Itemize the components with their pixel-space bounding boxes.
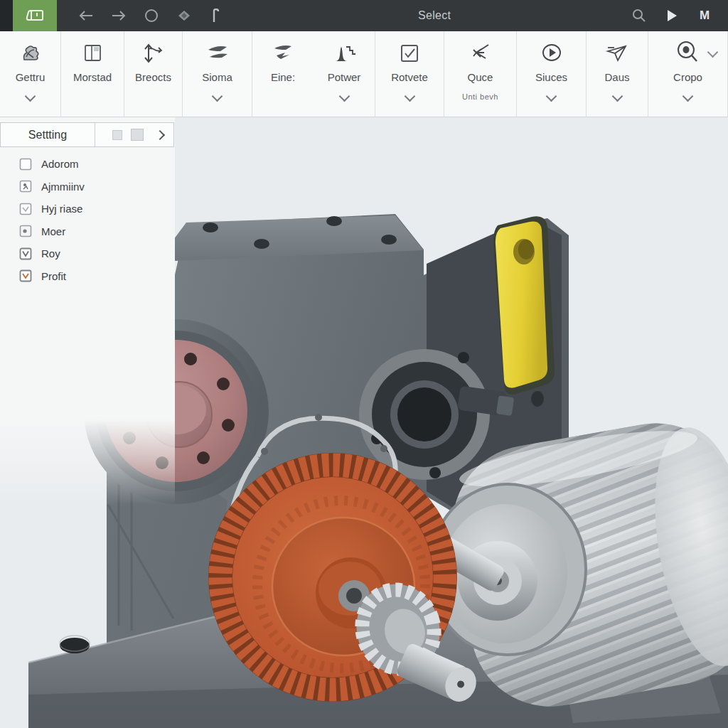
paper-plane-icon bbox=[604, 31, 630, 65]
layout-rect-icon bbox=[80, 31, 105, 65]
checkbox-checked-icon[interactable] bbox=[19, 247, 32, 260]
ribbon-item-daus[interactable]: Daus bbox=[587, 31, 648, 117]
chevron-down-icon[interactable] bbox=[25, 91, 36, 102]
chevron-down-icon[interactable] bbox=[404, 91, 415, 102]
list-item-roy[interactable]: Roy bbox=[0, 242, 175, 265]
chevron-down-icon[interactable] bbox=[212, 91, 223, 102]
double-swoosh-icon bbox=[205, 31, 230, 65]
ribbon-item-rotvete[interactable]: Rotvete bbox=[375, 31, 444, 117]
ribbon-item-sioma[interactable]: Sioma bbox=[183, 31, 252, 117]
panel-title: Settting bbox=[1, 129, 95, 141]
topbar-title: Select bbox=[418, 0, 451, 31]
sketch-stamp-icon bbox=[18, 31, 43, 65]
list-item-ajmmiinv[interactable]: Ajmmiinv bbox=[0, 176, 175, 198]
search-icon[interactable] bbox=[623, 0, 655, 31]
ribbon-item-quce[interactable]: Quce Unti bevh bbox=[444, 31, 516, 117]
ribbon-item-eine[interactable]: Eine: bbox=[252, 31, 314, 117]
checkbox-check-icon bbox=[397, 31, 422, 65]
settings-panel: Settting Adorom Ajmmiinv Hyj riase bbox=[0, 117, 175, 505]
topbar-left-edge bbox=[0, 0, 13, 31]
diamond-icon[interactable] bbox=[168, 0, 200, 31]
list-item-moer[interactable]: Moer bbox=[0, 220, 175, 243]
circle-icon[interactable] bbox=[135, 0, 168, 31]
ribbon-item-quce-subtext: Unti bevh bbox=[462, 92, 498, 101]
app-logo[interactable] bbox=[13, 0, 57, 31]
letter-m-icon[interactable]: M bbox=[688, 0, 721, 31]
double-back-arrows-icon bbox=[467, 31, 494, 65]
play-icon[interactable] bbox=[655, 0, 688, 31]
list-item-hyj-riase[interactable]: Hyj riase bbox=[0, 198, 175, 220]
ribbon-item-morstad[interactable]: Morstad bbox=[61, 31, 124, 117]
ribbon-toolbar: Gettru Morstad Breocts Sioma bbox=[0, 31, 728, 117]
peak-step-icon bbox=[331, 31, 357, 65]
chevron-right-icon[interactable] bbox=[155, 129, 165, 139]
top-bar: Select M bbox=[0, 0, 728, 31]
ribbon-item-gettru[interactable]: Gettru bbox=[0, 31, 60, 117]
checkbox-checked-icon[interactable] bbox=[19, 269, 32, 282]
panel-header-large-icon[interactable] bbox=[131, 129, 144, 141]
chevron-down-icon[interactable] bbox=[338, 91, 350, 102]
play-circle-icon bbox=[540, 31, 564, 65]
flag-icon[interactable] bbox=[200, 0, 233, 31]
list-item-profit[interactable]: Profit bbox=[0, 265, 175, 288]
ribbon-item-potwer[interactable]: Potwer bbox=[314, 31, 375, 117]
panel-header: Settting bbox=[0, 122, 174, 147]
checkbox-v-icon[interactable] bbox=[19, 203, 32, 215]
plane-swoosh-icon bbox=[271, 31, 295, 65]
chevron-down-icon[interactable] bbox=[611, 91, 623, 102]
checkbox-figure-icon[interactable] bbox=[19, 180, 32, 193]
zoom-target-icon bbox=[675, 31, 701, 65]
ribbon-item-breocts[interactable]: Breocts bbox=[124, 31, 182, 117]
back-arrow-icon[interactable] bbox=[70, 0, 102, 31]
bearing-opening bbox=[359, 349, 490, 480]
checkbox-dot-icon[interactable] bbox=[19, 225, 32, 237]
panel-header-small-icon[interactable] bbox=[112, 130, 122, 140]
list-item-adorom[interactable]: Adorom bbox=[0, 153, 175, 176]
ribbon-item-siuces[interactable]: Siuces bbox=[517, 31, 586, 117]
panel-list: Adorom Ajmmiinv Hyj riase Moer R bbox=[0, 153, 175, 287]
swap-arrows-icon bbox=[141, 31, 166, 65]
forward-arrow-icon[interactable] bbox=[102, 0, 135, 31]
chevron-down-icon[interactable] bbox=[682, 91, 694, 102]
ribbon-item-cropo[interactable]: Cropo bbox=[648, 31, 727, 117]
checkbox-empty-icon[interactable] bbox=[19, 158, 32, 171]
app-logo-icon bbox=[24, 8, 46, 23]
chevron-down-icon[interactable] bbox=[546, 91, 557, 102]
